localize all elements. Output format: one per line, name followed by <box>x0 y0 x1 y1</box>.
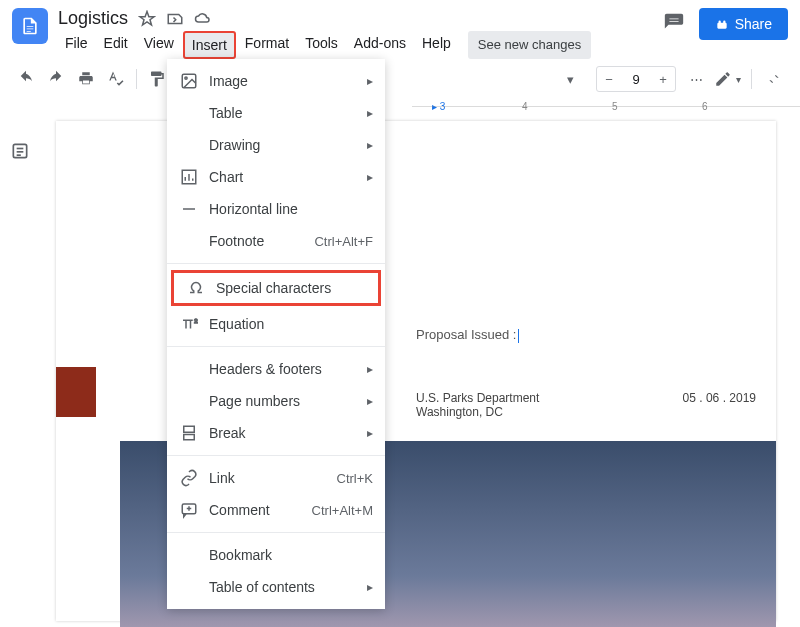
break-icon <box>179 424 199 442</box>
document-page[interactable]: Proposal Issued : U.S. Parks Department … <box>56 121 776 621</box>
menu-toc[interactable]: Table of contents ▸ <box>167 571 385 603</box>
comment-history-icon[interactable] <box>663 12 685 37</box>
menu-bookmark[interactable]: Bookmark <box>167 539 385 571</box>
comment-icon <box>179 501 199 519</box>
omega-icon <box>186 279 206 297</box>
menu-drawing[interactable]: Drawing ▸ <box>167 129 385 161</box>
menu-headers-footers[interactable]: Headers & footers ▸ <box>167 353 385 385</box>
arrow-right-icon: ▸ <box>367 426 373 440</box>
menu-tools[interactable]: Tools <box>298 31 345 59</box>
doc-title[interactable]: Logistics <box>58 8 128 29</box>
redo-icon[interactable] <box>42 65 70 93</box>
menu-special-characters[interactable]: Special characters <box>171 270 381 306</box>
arrow-right-icon: ▸ <box>367 138 373 152</box>
menu-image[interactable]: Image ▸ <box>167 65 385 97</box>
zoom-plus[interactable]: + <box>651 67 675 91</box>
menu-page-numbers[interactable]: Page numbers ▸ <box>167 385 385 417</box>
menu-help[interactable]: Help <box>415 31 458 59</box>
arrow-right-icon: ▸ <box>367 170 373 184</box>
menu-break[interactable]: Break ▸ <box>167 417 385 449</box>
arrow-right-icon: ▸ <box>367 74 373 88</box>
menu-view[interactable]: View <box>137 31 181 59</box>
menu-comment[interactable]: Comment Ctrl+Alt+M <box>167 494 385 526</box>
insert-menu-dropdown: Image ▸ Table ▸ Drawing ▸ Chart ▸ Horizo… <box>167 59 385 609</box>
dept-line2: Washington, DC <box>416 405 539 419</box>
doc-date: 05 . 06 . 2019 <box>683 391 756 419</box>
arrow-right-icon: ▸ <box>367 394 373 408</box>
image-icon <box>179 72 199 90</box>
arrow-right-icon: ▸ <box>367 106 373 120</box>
link-icon <box>179 469 199 487</box>
more-icon[interactable]: ⋯ <box>682 65 710 93</box>
font-size-value[interactable]: 9 <box>621 72 651 87</box>
styles-dropdown[interactable]: ▾ <box>550 65 590 93</box>
see-new-changes[interactable]: See new changes <box>468 31 591 59</box>
print-icon[interactable] <box>72 65 100 93</box>
share-button[interactable]: Share <box>699 8 788 40</box>
proposal-text: Proposal Issued : <box>416 327 516 342</box>
share-label: Share <box>735 16 772 32</box>
star-icon[interactable] <box>138 10 156 28</box>
move-icon[interactable] <box>166 10 184 28</box>
menu-horizontal-line[interactable]: Horizontal line <box>167 193 385 225</box>
chart-icon <box>179 168 199 186</box>
menu-chart[interactable]: Chart ▸ <box>167 161 385 193</box>
pi-icon: 2 <box>179 315 199 333</box>
cloud-icon[interactable] <box>194 10 212 28</box>
arrow-right-icon: ▸ <box>367 580 373 594</box>
editing-mode-button[interactable]: ▾ <box>712 66 743 92</box>
docs-logo[interactable] <box>12 8 48 44</box>
svg-rect-16 <box>184 435 195 440</box>
horizontal-line-icon <box>179 200 199 218</box>
menu-footnote[interactable]: Footnote Ctrl+Alt+F <box>167 225 385 257</box>
expand-icon[interactable] <box>760 65 788 93</box>
svg-text:2: 2 <box>194 318 198 324</box>
menu-addons[interactable]: Add-ons <box>347 31 413 59</box>
svg-rect-15 <box>184 426 195 432</box>
menu-link[interactable]: Link Ctrl+K <box>167 462 385 494</box>
svg-point-5 <box>185 77 187 79</box>
outline-icon[interactable] <box>10 141 30 621</box>
menu-edit[interactable]: Edit <box>97 31 135 59</box>
menu-insert[interactable]: Insert <box>183 31 236 59</box>
menu-format[interactable]: Format <box>238 31 296 59</box>
menu-equation[interactable]: 2 Equation <box>167 308 385 340</box>
undo-icon[interactable] <box>12 65 40 93</box>
menu-table[interactable]: Table ▸ <box>167 97 385 129</box>
arrow-right-icon: ▸ <box>367 362 373 376</box>
menu-file[interactable]: File <box>58 31 95 59</box>
document-color-block <box>56 367 96 417</box>
spellcheck-icon[interactable] <box>102 65 130 93</box>
zoom-minus[interactable]: − <box>597 67 621 91</box>
dept-line1: U.S. Parks Department <box>416 391 539 405</box>
